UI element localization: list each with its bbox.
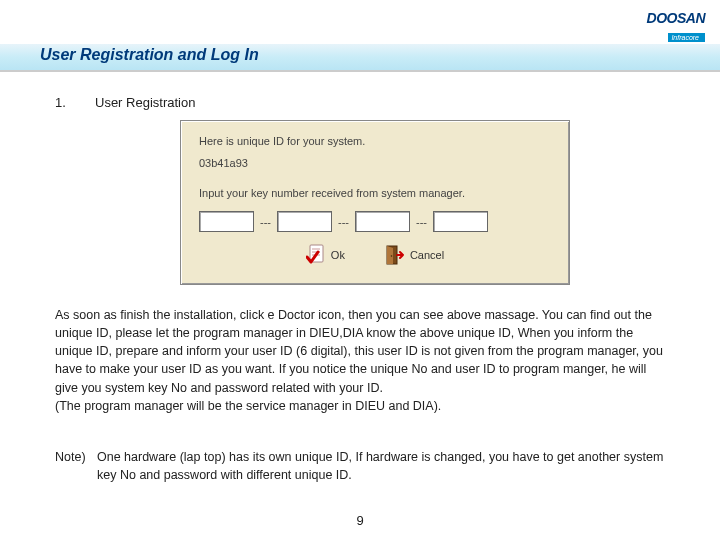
section-title: User Registration (95, 95, 195, 110)
key-separator: --- (338, 216, 349, 228)
ok-label: Ok (331, 249, 345, 261)
dialog-intro: Here is unique ID for your system. (199, 135, 551, 147)
key-separator: --- (416, 216, 427, 228)
cancel-button[interactable]: Cancel (385, 244, 444, 266)
registration-dialog: Here is unique ID for your system. 03b41… (180, 120, 570, 285)
key-field-2[interactable] (277, 211, 332, 232)
svg-point-6 (391, 255, 393, 257)
section-number: 1. (55, 95, 66, 110)
logo-main: DOOSAN (647, 10, 705, 26)
dialog-prompt: Input your key number received from syst… (199, 187, 551, 199)
note-body: One hardware (lap top) has its own uniqu… (97, 448, 665, 484)
unique-id-value: 03b41a93 (199, 157, 551, 169)
instruction-paragraph: As soon as finish the installation, clic… (55, 306, 665, 415)
note-label: Note) (55, 448, 97, 466)
logo-sub: Infracore (668, 33, 705, 42)
brand-logo: DOOSAN Infracore (647, 10, 705, 44)
key-input-row: --- --- --- (199, 211, 551, 232)
dialog-buttons: Ok Cancel (199, 244, 551, 266)
key-field-3[interactable] (355, 211, 410, 232)
key-separator: --- (260, 216, 271, 228)
svg-marker-5 (387, 246, 393, 264)
page-number: 9 (0, 513, 720, 528)
door-exit-icon (385, 244, 405, 266)
page-title: User Registration and Log In (40, 46, 259, 64)
check-document-icon (306, 244, 326, 266)
cancel-label: Cancel (410, 249, 444, 261)
ok-button[interactable]: Ok (306, 244, 345, 266)
note-block: Note) One hardware (lap top) has its own… (55, 448, 665, 484)
key-field-4[interactable] (433, 211, 488, 232)
key-field-1[interactable] (199, 211, 254, 232)
